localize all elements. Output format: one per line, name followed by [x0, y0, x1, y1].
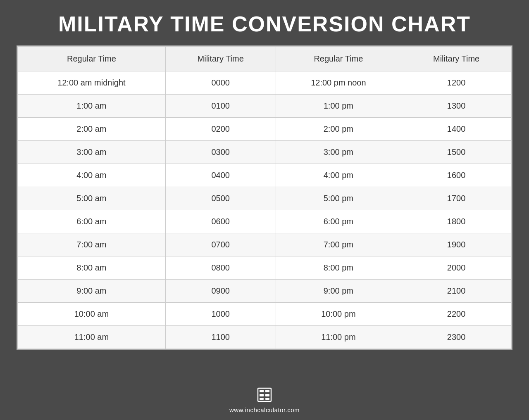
table-row: 3:00 am03003:00 pm1500 [18, 141, 512, 164]
cell-military-pm: 1600 [401, 164, 512, 187]
cell-regular-pm: 8:00 pm [276, 256, 401, 280]
cell-regular-am: 3:00 am [18, 141, 166, 164]
col-header-military-time-am: Military Time [165, 47, 276, 71]
cell-military-pm: 2000 [401, 256, 512, 280]
cell-military-am: 1100 [165, 326, 276, 349]
cell-military-pm: 2300 [401, 326, 512, 349]
calculator-icon [257, 387, 272, 404]
cell-military-am: 0100 [165, 95, 276, 118]
svg-rect-2 [265, 390, 269, 392]
cell-military-pm: 1500 [401, 141, 512, 164]
cell-military-pm: 1900 [401, 233, 512, 256]
cell-regular-am: 10:00 am [18, 303, 166, 326]
cell-military-pm: 1300 [401, 95, 512, 118]
table-row: 9:00 am09009:00 pm2100 [18, 280, 512, 303]
table-row: 4:00 am04004:00 pm1600 [18, 164, 512, 187]
cell-regular-pm: 7:00 pm [276, 233, 401, 256]
cell-military-pm: 2200 [401, 303, 512, 326]
cell-regular-pm: 4:00 pm [276, 164, 401, 187]
cell-regular-am: 9:00 am [18, 280, 166, 303]
cell-military-am: 0700 [165, 233, 276, 256]
cell-military-pm: 1800 [401, 210, 512, 233]
cell-military-pm: 1700 [401, 187, 512, 210]
cell-regular-am: 7:00 am [18, 233, 166, 256]
cell-military-am: 0900 [165, 280, 276, 303]
cell-military-am: 1000 [165, 303, 276, 326]
cell-regular-pm: 9:00 pm [276, 280, 401, 303]
cell-regular-pm: 2:00 pm [276, 118, 401, 141]
cell-military-am: 0200 [165, 118, 276, 141]
cell-regular-pm: 10:00 pm [276, 303, 401, 326]
table-row: 5:00 am05005:00 pm1700 [18, 187, 512, 210]
cell-regular-pm: 11:00 pm [276, 326, 401, 349]
table-row: 12:00 am midnight000012:00 pm noon1200 [18, 71, 512, 95]
cell-regular-am: 12:00 am midnight [18, 71, 166, 95]
cell-regular-am: 8:00 am [18, 256, 166, 280]
cell-regular-am: 4:00 am [18, 164, 166, 187]
table-row: 10:00 am100010:00 pm2200 [18, 303, 512, 326]
cell-regular-am: 11:00 am [18, 326, 166, 349]
table-row: 7:00 am07007:00 pm1900 [18, 233, 512, 256]
page-footer: www.inchcalculator.com [0, 380, 529, 420]
page-header: MILITARY TIME CONVERSION CHART [0, 0, 529, 45]
cell-military-pm: 2100 [401, 280, 512, 303]
cell-regular-am: 1:00 am [18, 95, 166, 118]
table-row: 8:00 am08008:00 pm2000 [18, 256, 512, 280]
cell-regular-am: 6:00 am [18, 210, 166, 233]
col-header-regular-time-pm: Regular Time [276, 47, 401, 71]
table-row: 2:00 am02002:00 pm1400 [18, 118, 512, 141]
table-header-row: Regular Time Military Time Regular Time … [18, 47, 512, 71]
col-header-regular-time-am: Regular Time [18, 47, 166, 71]
svg-rect-4 [265, 394, 269, 396]
footer-url: www.inchcalculator.com [229, 406, 300, 413]
cell-regular-am: 2:00 am [18, 118, 166, 141]
svg-rect-3 [260, 394, 264, 396]
cell-regular-pm: 6:00 pm [276, 210, 401, 233]
col-header-military-time-pm: Military Time [401, 47, 512, 71]
cell-regular-pm: 1:00 pm [276, 95, 401, 118]
cell-military-am: 0600 [165, 210, 276, 233]
cell-military-pm: 1200 [401, 71, 512, 95]
svg-rect-1 [260, 390, 264, 392]
cell-regular-am: 5:00 am [18, 187, 166, 210]
cell-military-pm: 1400 [401, 118, 512, 141]
cell-military-am: 0500 [165, 187, 276, 210]
table-row: 1:00 am01001:00 pm1300 [18, 95, 512, 118]
cell-regular-pm: 12:00 pm noon [276, 71, 401, 95]
cell-military-am: 0000 [165, 71, 276, 95]
table-row: 6:00 am06006:00 pm1800 [18, 210, 512, 233]
svg-rect-5 [260, 398, 264, 400]
page-title: MILITARY TIME CONVERSION CHART [17, 12, 512, 36]
cell-regular-pm: 5:00 pm [276, 187, 401, 210]
cell-military-am: 0800 [165, 256, 276, 280]
cell-regular-pm: 3:00 pm [276, 141, 401, 164]
cell-military-am: 0300 [165, 141, 276, 164]
conversion-table-container: Regular Time Military Time Regular Time … [17, 45, 512, 350]
conversion-table: Regular Time Military Time Regular Time … [17, 46, 512, 349]
cell-military-am: 0400 [165, 164, 276, 187]
table-row: 11:00 am110011:00 pm2300 [18, 326, 512, 349]
svg-rect-6 [265, 398, 269, 400]
